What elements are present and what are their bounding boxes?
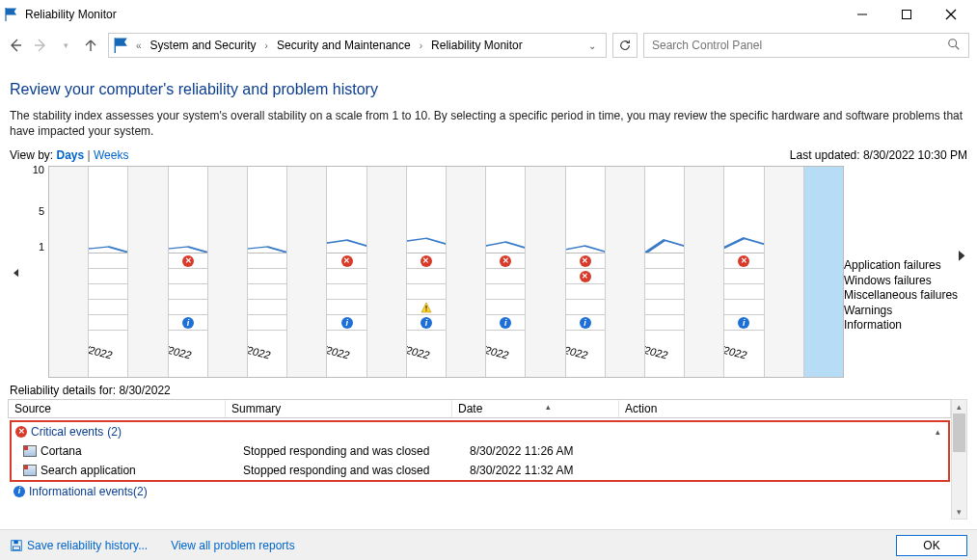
flag-icon xyxy=(113,37,130,54)
scroll-up-icon[interactable]: ▴ xyxy=(952,400,966,413)
y-axis: 10 5 1 ◀ xyxy=(10,166,48,378)
chart-column[interactable] xyxy=(128,167,168,377)
close-button[interactable] xyxy=(929,0,973,29)
cell-date: 8/30/2022 11:26 AM xyxy=(470,444,638,458)
view-by: View by: Days | Weeks xyxy=(10,148,128,162)
legend-item: Warnings xyxy=(844,304,967,319)
refresh-button[interactable] xyxy=(612,33,638,58)
save-history-link[interactable]: Save reliability history... xyxy=(10,539,148,552)
nav-row: ▾ « System and Security › Security and M… xyxy=(0,29,977,62)
col-source[interactable]: Source xyxy=(9,400,226,417)
view-all-reports-link[interactable]: View all problem reports xyxy=(171,539,295,552)
reliability-chart: 10 5 1 ◀ 8/11/20228/13/20228/15/20228/17… xyxy=(10,166,967,378)
breadcrumb-dropdown[interactable]: ⌄ xyxy=(583,40,602,51)
error-icon xyxy=(15,426,27,438)
col-summary[interactable]: Summary xyxy=(226,400,452,417)
details-header: Source Summary Date Action xyxy=(8,399,952,418)
ok-button[interactable]: OK xyxy=(896,535,967,556)
scroll-right-button[interactable]: ▶ xyxy=(958,248,964,263)
chart-column[interactable] xyxy=(724,167,764,377)
bottom-bar: Save reliability history... View all pro… xyxy=(0,529,977,560)
titlebar: Reliability Monitor xyxy=(0,0,977,29)
chevron-right-icon: › xyxy=(418,40,424,51)
svg-point-4 xyxy=(949,39,957,46)
last-updated: Last updated: 8/30/2022 10:30 PM xyxy=(790,148,967,162)
app-icon xyxy=(23,445,37,457)
maximize-button[interactable] xyxy=(884,0,929,29)
critical-events-group[interactable]: Critical events (2) ▴ xyxy=(12,422,948,441)
up-button[interactable] xyxy=(83,38,98,53)
legend-item: Miscellaneous failures xyxy=(844,288,967,304)
scrollbar[interactable]: ▴ ▾ xyxy=(951,399,967,520)
chart-column[interactable] xyxy=(169,167,208,377)
chart-column[interactable] xyxy=(367,167,407,377)
chart-column[interactable] xyxy=(765,167,804,377)
minimize-button[interactable] xyxy=(840,0,884,29)
legend-item: Application failures xyxy=(844,258,967,274)
scroll-down-icon[interactable]: ▾ xyxy=(952,505,966,519)
svg-line-5 xyxy=(956,45,960,49)
search-input[interactable] xyxy=(652,39,947,52)
breadcrumb-item[interactable]: Security and Maintenance xyxy=(274,39,414,52)
chart-column[interactable] xyxy=(804,167,843,377)
svg-rect-20 xyxy=(14,546,20,549)
svg-rect-1 xyxy=(903,11,911,19)
flag-icon xyxy=(4,7,19,22)
view-days-link[interactable]: Days xyxy=(56,148,84,162)
table-row[interactable]: Search applicationStopped responding and… xyxy=(12,461,948,480)
scroll-left-button[interactable]: ◀ xyxy=(12,266,18,279)
chart-column[interactable] xyxy=(606,167,645,377)
view-weeks-link[interactable]: Weeks xyxy=(94,148,128,162)
window-title: Reliability Monitor xyxy=(25,8,840,21)
info-icon xyxy=(14,486,25,497)
cell-source: Search application xyxy=(41,464,243,477)
chart-column[interactable] xyxy=(645,167,685,377)
app-icon xyxy=(23,465,37,476)
chart-column[interactable] xyxy=(447,167,486,377)
search-box[interactable] xyxy=(643,33,969,58)
details-label: Reliability details for: 8/30/2022 xyxy=(10,384,967,397)
breadcrumb-item[interactable]: System and Security xyxy=(148,39,259,52)
recent-dropdown[interactable]: ▾ xyxy=(58,38,73,53)
col-action[interactable]: Action xyxy=(619,400,951,417)
chart-column[interactable] xyxy=(49,167,89,377)
cell-date: 8/30/2022 11:32 AM xyxy=(470,464,638,477)
forward-button[interactable] xyxy=(33,38,48,53)
legend-item: Windows failures xyxy=(844,274,967,289)
search-icon[interactable] xyxy=(947,38,961,54)
chart-column[interactable] xyxy=(248,167,287,377)
page-description: The stability index assesses your system… xyxy=(10,108,967,139)
chevron-right-icon: « xyxy=(134,40,144,51)
chart-column[interactable] xyxy=(486,167,526,377)
chart-column[interactable] xyxy=(327,167,366,377)
chart-column[interactable] xyxy=(407,167,447,377)
table-row[interactable]: CortanaStopped responding and was closed… xyxy=(12,441,948,461)
breadcrumb[interactable]: « System and Security › Security and Mai… xyxy=(108,33,607,58)
details-table: Critical events (2) ▴ CortanaStopped res… xyxy=(10,420,950,482)
chart-column[interactable] xyxy=(89,167,128,377)
cell-summary: Stopped responding and was closed xyxy=(243,464,470,477)
chart-column[interactable] xyxy=(526,167,565,377)
cell-summary: Stopped responding and was closed xyxy=(243,444,470,458)
svg-rect-19 xyxy=(14,540,17,544)
scroll-thumb[interactable] xyxy=(953,413,965,452)
legend-item: Information xyxy=(844,318,967,333)
chart-column[interactable] xyxy=(208,167,248,377)
chevron-right-icon: › xyxy=(263,40,270,51)
informational-events-group[interactable]: Informational events (2) xyxy=(10,481,950,500)
chart-legend: ▶ Application failuresWindows failuresMi… xyxy=(844,166,967,378)
chart-column[interactable] xyxy=(287,167,327,377)
page-title: Review your computer's reliability and p… xyxy=(10,81,967,98)
breadcrumb-item[interactable]: Reliability Monitor xyxy=(428,39,526,52)
chart-grid[interactable]: 8/11/20228/13/20228/15/20228/17/20228/19… xyxy=(48,166,844,378)
chart-column[interactable] xyxy=(685,167,724,377)
back-button[interactable] xyxy=(8,38,23,53)
collapse-icon[interactable]: ▴ xyxy=(936,427,940,437)
cell-source: Cortana xyxy=(41,444,243,458)
col-date[interactable]: Date xyxy=(452,400,619,417)
save-icon xyxy=(10,539,23,552)
chart-column[interactable] xyxy=(566,167,606,377)
